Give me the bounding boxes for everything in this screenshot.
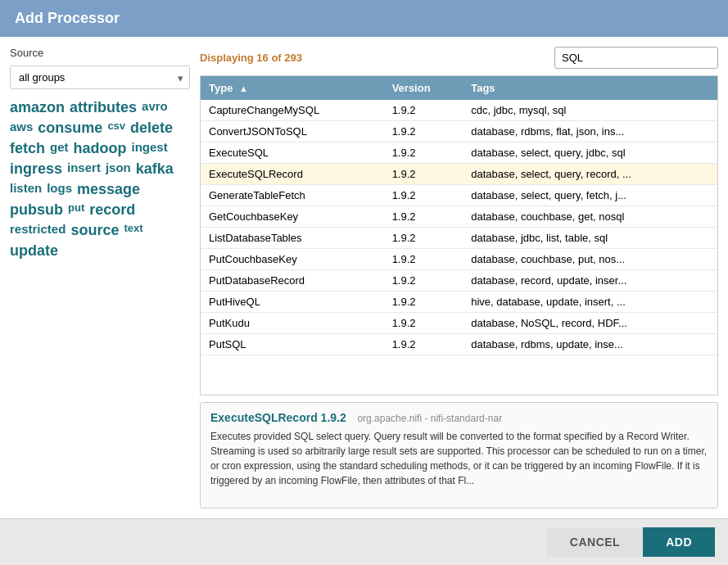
cell-tags: database, couchbase, get, nosql: [463, 206, 717, 228]
cell-tags: cdc, jdbc, mysql, sql: [463, 100, 717, 121]
table-row[interactable]: ListDatabaseTables 1.9.2 database, jdbc,…: [201, 228, 717, 249]
detail-header: ExecuteSQLRecord 1.9.2 org.apache.nifi -…: [210, 411, 708, 429]
tag-consume[interactable]: consume: [38, 120, 102, 137]
tag-update[interactable]: update: [10, 242, 58, 260]
tag-kafka[interactable]: kafka: [136, 160, 174, 178]
cell-type: PutKudu: [201, 313, 384, 334]
col-version[interactable]: Version: [384, 76, 463, 100]
cell-type: PutCouchbaseKey: [201, 249, 384, 270]
tag-avro[interactable]: avro: [142, 99, 168, 116]
cell-version: 1.9.2: [384, 292, 463, 313]
table-row[interactable]: PutHiveQL 1.9.2 hive, database, update, …: [201, 292, 717, 313]
cell-version: 1.9.2: [384, 249, 463, 270]
sort-asc-icon: ▲: [239, 84, 248, 93]
table-row[interactable]: PutCouchbaseKey 1.9.2 database, couchbas…: [201, 249, 717, 270]
left-panel: Source all groups ▾ amazonattributesavro…: [10, 47, 190, 508]
displaying-count: Displaying 16 of 293: [200, 52, 302, 64]
table-row[interactable]: PutDatabaseRecord 1.9.2 database, record…: [201, 270, 717, 292]
table-row[interactable]: PutKudu 1.9.2 database, NoSQL, record, H…: [201, 313, 717, 334]
processor-table-container[interactable]: Type ▲ Version Tags Captu: [200, 75, 718, 396]
cell-version: 1.9.2: [384, 142, 463, 164]
cell-type: ListDatabaseTables: [201, 228, 384, 249]
add-button[interactable]: ADD: [643, 527, 715, 557]
table-header: Type ▲ Version Tags: [201, 76, 717, 100]
tag-csv[interactable]: csv: [107, 120, 125, 137]
cell-type: ExecuteSQLRecord: [201, 164, 384, 185]
tag-json[interactable]: json: [106, 160, 131, 178]
cell-version: 1.9.2: [384, 228, 463, 249]
tag-text[interactable]: text: [124, 222, 142, 239]
table-row[interactable]: ConvertJSONToSQL 1.9.2 database, rdbms, …: [201, 121, 717, 142]
tag-fetch[interactable]: fetch: [10, 140, 45, 157]
cell-tags: database, couchbase, put, nos...: [463, 249, 717, 270]
search-input[interactable]: [554, 47, 718, 69]
col-type[interactable]: Type ▲: [201, 76, 384, 100]
cell-version: 1.9.2: [384, 100, 463, 121]
tag-amazon[interactable]: amazon: [10, 99, 65, 116]
cell-version: 1.9.2: [384, 206, 463, 228]
dialog-header: Add Processor: [0, 0, 728, 37]
cell-tags: hive, database, update, insert, ...: [463, 292, 717, 313]
cell-type: ConvertJSONToSQL: [201, 121, 384, 142]
table-row[interactable]: PutSQL 1.9.2 database, rdbms, update, in…: [201, 334, 717, 355]
tag-pubsub[interactable]: pubsub: [10, 201, 63, 219]
cell-tags: database, record, update, inser...: [463, 270, 717, 292]
table-row[interactable]: GenerateTableFetch 1.9.2 database, selec…: [201, 185, 717, 206]
dialog-body: Source all groups ▾ amazonattributesavro…: [0, 37, 728, 518]
tag-message[interactable]: message: [77, 181, 140, 198]
cell-type: CaptureChangeMySQL: [201, 100, 384, 121]
table-row[interactable]: ExecuteSQLRecord 1.9.2 database, select,…: [201, 164, 717, 185]
cell-version: 1.9.2: [384, 270, 463, 292]
cell-type: PutDatabaseRecord: [201, 270, 384, 292]
table-row[interactable]: GetCouchbaseKey 1.9.2 database, couchbas…: [201, 206, 717, 228]
source-label: Source: [10, 47, 190, 59]
cell-tags: database, select, query, jdbc, sql: [463, 142, 717, 164]
cell-version: 1.9.2: [384, 164, 463, 185]
cell-tags: database, select, query, fetch, j...: [463, 185, 717, 206]
tag-source[interactable]: source: [70, 222, 119, 239]
tag-listen[interactable]: listen: [10, 181, 42, 198]
tag-record[interactable]: record: [89, 201, 135, 219]
right-panel: Displaying 16 of 293 Type ▲ Version: [200, 47, 718, 508]
source-select[interactable]: all groups: [10, 66, 190, 89]
detail-description: Executes provided SQL select query. Quer…: [210, 429, 708, 488]
detail-panel: ExecuteSQLRecord 1.9.2 org.apache.nifi -…: [200, 402, 718, 508]
cell-version: 1.9.2: [384, 121, 463, 142]
cell-tags: database, rdbms, update, inse...: [463, 334, 717, 355]
cell-version: 1.9.2: [384, 334, 463, 355]
tags-cloud: amazonattributesavroawsconsumecsvdeletef…: [10, 96, 190, 260]
table-row[interactable]: CaptureChangeMySQL 1.9.2 cdc, jdbc, mysq…: [201, 100, 717, 121]
cell-type: PutHiveQL: [201, 292, 384, 313]
tag-aws[interactable]: aws: [10, 120, 33, 137]
source-select-wrapper: all groups ▾: [10, 66, 190, 89]
tag-delete[interactable]: delete: [130, 120, 173, 137]
cell-type: PutSQL: [201, 334, 384, 355]
cell-version: 1.9.2: [384, 313, 463, 334]
tag-hadoop[interactable]: hadoop: [74, 140, 127, 157]
tag-restricted[interactable]: restricted: [10, 222, 66, 239]
cell-tags: database, select, query, record, ...: [463, 164, 717, 185]
detail-subtitle: org.apache.nifi - nifi-standard-nar: [357, 413, 502, 424]
cell-type: GenerateTableFetch: [201, 185, 384, 206]
dialog-title: Add Processor: [15, 10, 120, 26]
table-row[interactable]: ExecuteSQL 1.9.2 database, select, query…: [201, 142, 717, 164]
processor-table: Type ▲ Version Tags Captu: [201, 76, 717, 355]
tag-put[interactable]: put: [68, 201, 84, 219]
tag-insert[interactable]: insert: [67, 160, 101, 178]
tag-ingress[interactable]: ingress: [10, 160, 62, 178]
tag-ingest[interactable]: ingest: [132, 140, 168, 157]
detail-title: ExecuteSQLRecord 1.9.2: [210, 411, 346, 424]
tag-attributes[interactable]: attributes: [70, 99, 137, 116]
cell-tags: database, jdbc, list, table, sql: [463, 228, 717, 249]
cell-tags: database, rdbms, flat, json, ins...: [463, 121, 717, 142]
cancel-button[interactable]: CANCEL: [547, 527, 643, 557]
cell-type: GetCouchbaseKey: [201, 206, 384, 228]
dialog-footer: CANCEL ADD: [0, 518, 728, 565]
cell-version: 1.9.2: [384, 185, 463, 206]
tag-get[interactable]: get: [50, 140, 69, 157]
tag-logs[interactable]: logs: [47, 181, 72, 198]
col-tags[interactable]: Tags: [463, 76, 717, 100]
cell-tags: database, NoSQL, record, HDF...: [463, 313, 717, 334]
cell-type: ExecuteSQL: [201, 142, 384, 164]
top-bar: Displaying 16 of 293: [200, 47, 718, 69]
